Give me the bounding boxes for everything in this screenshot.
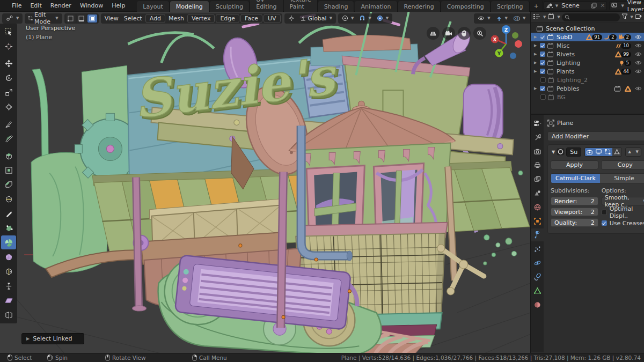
hide-viewport-icon[interactable] (635, 69, 642, 74)
render-subdivisions-field[interactable]: Render: 2 (551, 197, 598, 205)
outliner-row-plants[interactable]: ▶ Plants 44 (531, 67, 644, 76)
tab-shading[interactable]: Shading (318, 1, 355, 12)
hide-viewport-icon[interactable] (635, 51, 642, 57)
optimal-display-checkbox[interactable] (602, 210, 607, 215)
tool-poly-build[interactable] (1, 221, 16, 235)
menu-edge[interactable]: Edge (216, 14, 239, 23)
camera-view-button[interactable] (442, 27, 455, 40)
hide-viewport-icon[interactable] (635, 34, 642, 40)
expand-icon[interactable]: ▶ (534, 69, 538, 73)
operator-panel[interactable]: ▶ Select Linked (21, 333, 84, 344)
apply-button[interactable]: Apply (551, 160, 598, 169)
tool-scale[interactable] (1, 85, 16, 99)
viewport-subdivisions-field[interactable]: Viewport: 2 (551, 208, 598, 216)
delete-scene-icon[interactable]: ✕ (598, 2, 606, 9)
outliner-collection-chevron-icon[interactable]: ▼ (557, 15, 560, 19)
tab-particles[interactable] (531, 242, 544, 255)
outliner-row-pebbles[interactable]: ▶ Pebbles (531, 84, 644, 93)
tab-constraints[interactable] (531, 270, 544, 283)
tool-inset-faces[interactable] (1, 163, 16, 177)
tab-scene[interactable] (531, 187, 544, 200)
axis-gizmo[interactable]: Z X Y (489, 24, 523, 62)
tab-uv-editing[interactable]: UV Editing (250, 0, 283, 12)
tab-object-data[interactable] (531, 284, 544, 297)
tab-physics[interactable] (531, 256, 544, 269)
scene-selector[interactable]: ▼ Scene ✕ (544, 1, 608, 10)
expand-icon[interactable]: ▶ (534, 43, 538, 48)
move-up-button[interactable]: ▲ (626, 148, 633, 156)
select-mode-face[interactable] (87, 14, 97, 23)
view-layer-selector[interactable]: ▼ View Layer ✕ (609, 1, 644, 10)
catmull-clark-option[interactable]: Catmull-Clark (551, 174, 600, 183)
tool-cursor[interactable] (1, 39, 16, 53)
menu-edit[interactable]: Edit (26, 1, 46, 11)
display-cage-toggle[interactable] (612, 148, 621, 156)
outliner-row-bg[interactable]: BG (531, 93, 644, 101)
collection-checkbox[interactable] (540, 94, 546, 100)
tool-annotate[interactable] (1, 117, 16, 131)
tool-spin[interactable] (1, 235, 16, 249)
tab-modeling[interactable]: Modeling (170, 1, 209, 12)
view-layer-name[interactable]: View Layer (624, 0, 644, 13)
menu-add[interactable]: Add (145, 14, 165, 23)
outliner-display-chevron-icon[interactable]: ▼ (543, 15, 546, 19)
expand-icon[interactable]: ▶ (534, 35, 538, 39)
tab-compositing[interactable]: Compositing (441, 1, 491, 12)
tab-tool[interactable] (531, 131, 544, 144)
tool-measure[interactable] (1, 131, 16, 145)
menu-window[interactable]: Window (76, 1, 107, 11)
collection-checkbox[interactable] (540, 60, 545, 65)
outliner-row-scene-collection[interactable]: Scene Collection (531, 24, 644, 33)
hide-viewport-icon[interactable] (635, 60, 642, 65)
add-workspace-button[interactable]: + (530, 1, 543, 12)
tool-edge-slide[interactable] (1, 264, 16, 278)
orientation-dropdown[interactable]: Global ▼ (297, 14, 335, 23)
visibility-dropdown[interactable]: ▼ (475, 14, 493, 22)
tab-output[interactable] (531, 159, 544, 172)
use-creases-checkbox[interactable] (602, 220, 607, 226)
new-scene-icon[interactable] (589, 3, 598, 9)
tool-shrink-fatten[interactable] (1, 279, 16, 293)
tab-texture-paint[interactable]: Texture Paint (284, 0, 318, 12)
outliner-filter-chevron-icon[interactable]: ▼ (631, 15, 633, 19)
tool-rip-region[interactable] (1, 308, 16, 322)
menu-select[interactable]: Select (121, 14, 145, 23)
tab-world[interactable] (531, 201, 544, 213)
outliner-filter-button[interactable] (621, 13, 628, 21)
snap-target-button[interactable]: ▼ (339, 14, 356, 23)
uv-smooth-dropdown[interactable]: Smooth, keep c.. ▼ (602, 197, 644, 205)
outliner-row-lighting[interactable]: ▶ Lighting 5 (531, 58, 644, 67)
editor-type-button[interactable]: ▼ (3, 14, 21, 23)
simple-option[interactable]: Simple (600, 174, 644, 183)
transform-pivot-button[interactable] (286, 14, 297, 23)
tab-sculpting[interactable]: Sculpting (210, 1, 250, 12)
collection-checkbox[interactable] (540, 34, 545, 40)
expand-icon[interactable]: ▶ (534, 52, 538, 56)
collapse-icon[interactable]: ▼ (552, 150, 555, 154)
expand-icon[interactable]: ▶ (534, 86, 538, 91)
scene-name[interactable]: Scene (558, 2, 589, 9)
menu-mesh[interactable]: Mesh (166, 14, 187, 23)
pan-view-button[interactable] (458, 27, 471, 40)
tool-knife[interactable] (1, 206, 16, 220)
collection-checkbox[interactable] (540, 86, 545, 91)
properties-editor-type-button[interactable] (531, 117, 544, 130)
outliner-row-rivets[interactable]: ▶ Rivets 99 (531, 50, 644, 58)
proportional-edit-button[interactable]: ▼ (374, 14, 391, 23)
move-down-button[interactable]: ▼ (633, 148, 641, 156)
quality-field[interactable]: Quality: 2 (551, 218, 598, 227)
select-mode-vertex[interactable] (66, 14, 76, 23)
outliner-search-input[interactable] (562, 13, 620, 21)
tab-layout[interactable]: Layout (137, 1, 169, 12)
overlays-dropdown[interactable]: ▼ (510, 14, 528, 23)
select-mode-edge[interactable] (77, 14, 86, 23)
new-collection-button[interactable] (635, 13, 642, 21)
hide-viewport-icon[interactable] (635, 43, 642, 48)
modifier-name-field[interactable]: Su (566, 147, 581, 157)
expand-icon[interactable]: ▶ (534, 61, 538, 65)
display-render-toggle[interactable] (585, 148, 594, 156)
tool-smooth[interactable] (1, 250, 16, 264)
collection-checkbox[interactable] (540, 51, 545, 57)
tool-transform[interactable] (1, 100, 16, 114)
outliner-row-misc[interactable]: ▶ Misc 10 (531, 41, 644, 50)
